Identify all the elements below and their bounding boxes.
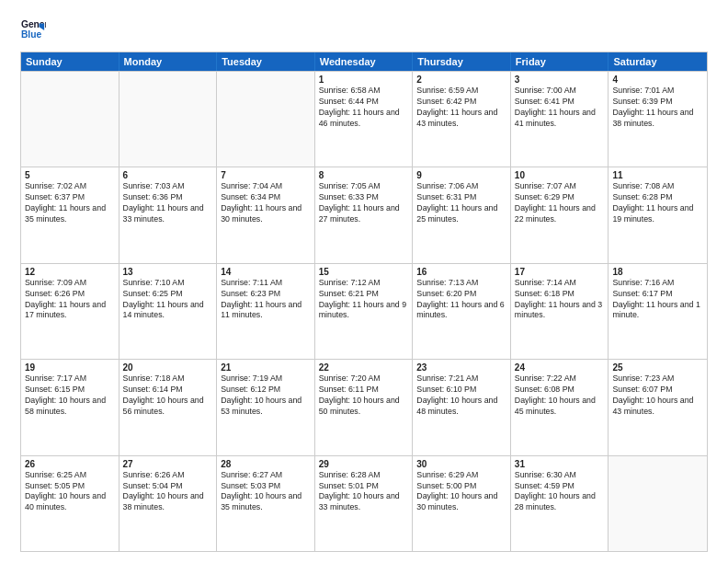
day-number: 26 <box>25 459 115 469</box>
day-info: Sunrise: 6:27 AMSunset: 5:03 PMDaylight:… <box>221 470 311 514</box>
day-info: Sunrise: 7:19 AMSunset: 6:12 PMDaylight:… <box>221 373 311 418</box>
day-info: Sunrise: 7:01 AMSunset: 6:39 PMDaylight:… <box>612 86 703 130</box>
day-cell-13: 13Sunrise: 7:10 AMSunset: 6:25 PMDayligh… <box>119 264 218 359</box>
day-cell-4: 4Sunrise: 7:01 AMSunset: 6:39 PMDaylight… <box>609 72 707 167</box>
day-cell-28: 28Sunrise: 6:27 AMSunset: 5:03 PMDayligh… <box>217 456 315 551</box>
day-cell-2: 2Sunrise: 6:59 AMSunset: 6:42 PMDaylight… <box>413 72 511 167</box>
day-cell-21: 21Sunrise: 7:19 AMSunset: 6:12 PMDayligh… <box>217 360 315 454</box>
day-number: 10 <box>515 170 605 180</box>
day-number: 23 <box>416 362 506 373</box>
day-number: 13 <box>123 267 213 277</box>
day-cell-25: 25Sunrise: 7:23 AMSunset: 6:07 PMDayligh… <box>609 360 707 454</box>
day-info: Sunrise: 7:23 AMSunset: 6:07 PMDaylight:… <box>612 373 703 418</box>
day-number: 9 <box>416 170 506 180</box>
day-number: 31 <box>515 459 605 469</box>
day-info: Sunrise: 7:05 AMSunset: 6:33 PMDaylight:… <box>319 181 409 225</box>
day-number: 16 <box>416 267 506 277</box>
day-info: Sunrise: 7:22 AMSunset: 6:08 PMDaylight:… <box>515 373 605 418</box>
day-number: 1 <box>319 75 409 85</box>
day-cell-6: 6Sunrise: 7:03 AMSunset: 6:36 PMDaylight… <box>119 167 218 262</box>
calendar-header: SundayMondayTuesdayWednesdayThursdayFrid… <box>21 52 707 71</box>
day-cell-27: 27Sunrise: 6:26 AMSunset: 5:04 PMDayligh… <box>119 456 218 551</box>
day-info: Sunrise: 7:02 AMSunset: 6:37 PMDaylight:… <box>25 181 115 225</box>
day-info: Sunrise: 7:03 AMSunset: 6:36 PMDaylight:… <box>123 181 213 225</box>
weekday-header-tuesday: Tuesday <box>217 52 315 71</box>
day-info: Sunrise: 7:18 AMSunset: 6:14 PMDaylight:… <box>123 373 213 418</box>
day-info: Sunrise: 7:20 AMSunset: 6:11 PMDaylight:… <box>319 373 409 418</box>
day-cell-15: 15Sunrise: 7:12 AMSunset: 6:21 PMDayligh… <box>315 264 414 359</box>
day-info: Sunrise: 7:08 AMSunset: 6:28 PMDaylight:… <box>612 181 703 225</box>
day-cell-23: 23Sunrise: 7:21 AMSunset: 6:10 PMDayligh… <box>413 360 511 454</box>
weekday-header-friday: Friday <box>511 52 609 71</box>
day-info: Sunrise: 7:09 AMSunset: 6:26 PMDaylight:… <box>25 278 115 322</box>
empty-cell <box>609 456 707 551</box>
weekday-header-monday: Monday <box>119 52 218 71</box>
day-number: 2 <box>416 75 506 85</box>
day-cell-24: 24Sunrise: 7:22 AMSunset: 6:08 PMDayligh… <box>511 360 609 454</box>
day-cell-12: 12Sunrise: 7:09 AMSunset: 6:26 PMDayligh… <box>21 264 119 359</box>
calendar-row-1: 1Sunrise: 6:58 AMSunset: 6:44 PMDaylight… <box>21 71 707 167</box>
calendar-body: 1Sunrise: 6:58 AMSunset: 6:44 PMDaylight… <box>21 71 707 551</box>
day-info: Sunrise: 6:59 AMSunset: 6:42 PMDaylight:… <box>416 86 506 130</box>
logo: General Blue <box>20 17 46 42</box>
day-info: Sunrise: 6:58 AMSunset: 6:44 PMDaylight:… <box>319 86 409 130</box>
day-info: Sunrise: 7:17 AMSunset: 6:15 PMDaylight:… <box>25 373 115 418</box>
day-cell-19: 19Sunrise: 7:17 AMSunset: 6:15 PMDayligh… <box>21 360 119 454</box>
header: General Blue <box>20 17 708 42</box>
weekday-header-thursday: Thursday <box>413 52 511 71</box>
day-number: 29 <box>319 459 409 469</box>
day-cell-18: 18Sunrise: 7:16 AMSunset: 6:17 PMDayligh… <box>609 264 707 359</box>
weekday-header-sunday: Sunday <box>21 52 119 71</box>
day-info: Sunrise: 6:28 AMSunset: 5:01 PMDaylight:… <box>319 470 409 514</box>
calendar: SundayMondayTuesdayWednesdayThursdayFrid… <box>20 52 708 552</box>
day-number: 18 <box>612 267 703 277</box>
day-info: Sunrise: 7:21 AMSunset: 6:10 PMDaylight:… <box>416 373 506 418</box>
day-number: 21 <box>221 362 311 373</box>
day-info: Sunrise: 7:10 AMSunset: 6:25 PMDaylight:… <box>123 278 213 322</box>
day-info: Sunrise: 7:13 AMSunset: 6:20 PMDaylight:… <box>416 278 506 322</box>
day-cell-3: 3Sunrise: 7:00 AMSunset: 6:41 PMDaylight… <box>511 72 609 167</box>
day-number: 12 <box>25 267 115 277</box>
day-cell-17: 17Sunrise: 7:14 AMSunset: 6:18 PMDayligh… <box>511 264 609 359</box>
day-number: 19 <box>25 362 115 373</box>
day-number: 25 <box>612 362 703 373</box>
weekday-header-wednesday: Wednesday <box>315 52 414 71</box>
day-cell-26: 26Sunrise: 6:25 AMSunset: 5:05 PMDayligh… <box>21 456 119 551</box>
day-cell-5: 5Sunrise: 7:02 AMSunset: 6:37 PMDaylight… <box>21 167 119 262</box>
day-cell-22: 22Sunrise: 7:20 AMSunset: 6:11 PMDayligh… <box>315 360 414 454</box>
day-info: Sunrise: 7:04 AMSunset: 6:34 PMDaylight:… <box>221 181 311 225</box>
logo-icon: General Blue <box>20 17 46 42</box>
day-number: 30 <box>416 459 506 469</box>
day-info: Sunrise: 7:07 AMSunset: 6:29 PMDaylight:… <box>515 181 605 225</box>
day-number: 14 <box>221 267 311 277</box>
day-number: 4 <box>612 75 703 85</box>
page: General Blue SundayMondayTuesdayWednesda… <box>0 0 728 563</box>
day-info: Sunrise: 7:11 AMSunset: 6:23 PMDaylight:… <box>221 278 311 322</box>
empty-cell <box>217 72 315 167</box>
day-cell-8: 8Sunrise: 7:05 AMSunset: 6:33 PMDaylight… <box>315 167 414 262</box>
day-cell-10: 10Sunrise: 7:07 AMSunset: 6:29 PMDayligh… <box>511 167 609 262</box>
weekday-header-saturday: Saturday <box>609 52 707 71</box>
day-cell-7: 7Sunrise: 7:04 AMSunset: 6:34 PMDaylight… <box>217 167 315 262</box>
day-cell-9: 9Sunrise: 7:06 AMSunset: 6:31 PMDaylight… <box>413 167 511 262</box>
day-number: 5 <box>25 170 115 180</box>
day-info: Sunrise: 6:29 AMSunset: 5:00 PMDaylight:… <box>416 470 506 514</box>
day-cell-14: 14Sunrise: 7:11 AMSunset: 6:23 PMDayligh… <box>217 264 315 359</box>
day-cell-30: 30Sunrise: 6:29 AMSunset: 5:00 PMDayligh… <box>413 456 511 551</box>
calendar-row-2: 5Sunrise: 7:02 AMSunset: 6:37 PMDaylight… <box>21 167 707 262</box>
day-info: Sunrise: 7:12 AMSunset: 6:21 PMDaylight:… <box>319 278 409 322</box>
day-info: Sunrise: 6:26 AMSunset: 5:04 PMDaylight:… <box>123 470 213 514</box>
day-number: 22 <box>319 362 409 373</box>
day-number: 11 <box>612 170 703 180</box>
day-info: Sunrise: 7:16 AMSunset: 6:17 PMDaylight:… <box>612 278 703 322</box>
calendar-row-3: 12Sunrise: 7:09 AMSunset: 6:26 PMDayligh… <box>21 263 707 359</box>
day-number: 3 <box>515 75 605 85</box>
day-number: 24 <box>515 362 605 373</box>
day-number: 7 <box>221 170 311 180</box>
day-cell-31: 31Sunrise: 6:30 AMSunset: 4:59 PMDayligh… <box>511 456 609 551</box>
day-number: 17 <box>515 267 605 277</box>
day-number: 6 <box>123 170 213 180</box>
empty-cell <box>21 72 119 167</box>
day-info: Sunrise: 7:14 AMSunset: 6:18 PMDaylight:… <box>515 278 605 322</box>
day-info: Sunrise: 6:30 AMSunset: 4:59 PMDaylight:… <box>515 470 605 514</box>
